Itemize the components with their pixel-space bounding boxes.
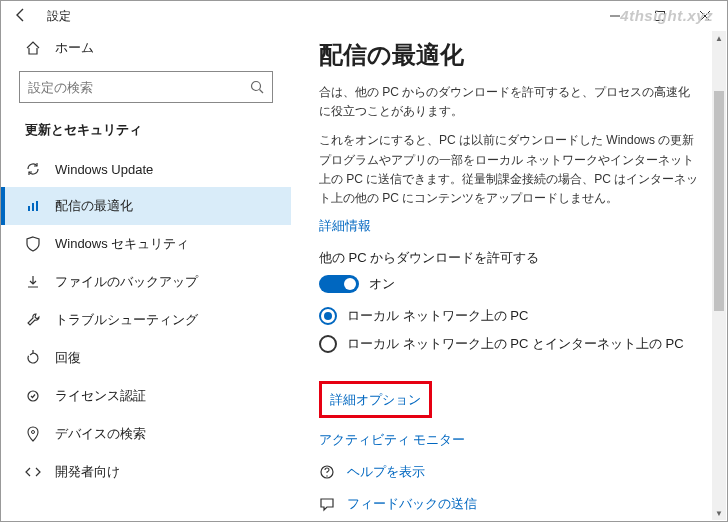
section-header: 更新とセキュリティ <box>19 117 273 151</box>
sidebar-item-windows-security[interactable]: Windows セキュリティ <box>1 225 291 263</box>
sidebar-item-delivery-optimization[interactable]: 配信の最適化 <box>1 187 291 225</box>
advanced-options-link[interactable]: 詳細オプション <box>330 392 421 407</box>
sidebar-item-windows-update[interactable]: Windows Update <box>1 151 291 187</box>
svg-rect-8 <box>36 201 38 211</box>
svg-rect-6 <box>28 206 30 211</box>
sidebar-item-label: トラブルシューティング <box>55 311 198 329</box>
feedback-icon <box>319 496 335 512</box>
sidebar-item-label: 配信の最適化 <box>55 197 133 215</box>
titlebar: 設定 <box>1 1 727 31</box>
window-body: ホーム 更新とセキュリティ Windows Update 配信の最適化 <box>1 31 727 521</box>
toggle-knob <box>344 278 356 290</box>
radio-option-internet[interactable]: ローカル ネットワーク上の PC とインターネット上の PC <box>319 335 699 353</box>
sync-icon <box>25 161 41 177</box>
search-icon <box>250 80 264 94</box>
settings-window: 設定 ホーム 更新とセキュリティ <box>0 0 728 522</box>
toggle-row: オン <box>319 275 699 293</box>
search-input-wrapper[interactable] <box>19 71 273 103</box>
radio-label: ローカル ネットワーク上の PC <box>347 307 528 325</box>
sidebar-item-label: 回復 <box>55 349 81 367</box>
shield-icon <box>25 236 41 252</box>
intro-text: 合は、他の PC からのダウンロードを許可すると、プロセスの高速化に役立つことが… <box>319 83 699 121</box>
minimize-icon <box>610 11 620 21</box>
radio-label: ローカル ネットワーク上の PC とインターネット上の PC <box>347 335 684 353</box>
home-label: ホーム <box>55 39 94 57</box>
arrow-left-icon <box>13 7 29 23</box>
code-icon <box>25 464 41 480</box>
activity-monitor-link[interactable]: アクティビティ モニター <box>319 433 465 447</box>
scroll-up-button[interactable]: ▲ <box>712 31 726 45</box>
svg-point-12 <box>326 475 327 476</box>
sidebar-item-label: Windows セキュリティ <box>55 235 189 253</box>
close-button[interactable] <box>682 1 727 31</box>
sidebar-item-find-device[interactable]: デバイスの検索 <box>1 415 291 453</box>
recovery-icon <box>25 350 41 366</box>
sidebar-item-developers[interactable]: 開発者向け <box>1 453 291 491</box>
help-link[interactable]: ヘルプを表示 <box>347 463 425 481</box>
description-text: これをオンにすると、PC は以前にダウンロードした Windows の更新プログ… <box>319 131 699 208</box>
scrollbar-thumb[interactable] <box>714 91 724 311</box>
backup-icon <box>25 274 41 290</box>
location-icon <box>25 426 41 442</box>
help-icon <box>319 464 335 480</box>
sidebar-item-label: ファイルのバックアップ <box>55 273 198 291</box>
svg-rect-1 <box>655 12 664 21</box>
sidebar-nav: Windows Update 配信の最適化 Windows セキュリティ ファイ… <box>1 151 291 491</box>
svg-rect-7 <box>32 203 34 211</box>
sidebar: ホーム 更新とセキュリティ Windows Update 配信の最適化 <box>1 31 291 521</box>
sidebar-item-label: デバイスの検索 <box>55 425 146 443</box>
feedback-link[interactable]: フィードバックの送信 <box>347 495 477 513</box>
optimization-icon <box>25 198 41 214</box>
search-input[interactable] <box>28 80 250 95</box>
help-row: ヘルプを表示 <box>319 463 699 481</box>
sidebar-item-label: ライセンス認証 <box>55 387 146 405</box>
radio-unselected-icon <box>319 335 337 353</box>
sidebar-item-backup[interactable]: ファイルのバックアップ <box>1 263 291 301</box>
radio-option-local[interactable]: ローカル ネットワーク上の PC <box>319 307 699 325</box>
close-icon <box>700 11 710 21</box>
sidebar-item-activation[interactable]: ライセンス認証 <box>1 377 291 415</box>
page-title: 配信の最適化 <box>319 39 699 71</box>
key-icon <box>25 388 41 404</box>
home-link[interactable]: ホーム <box>19 31 273 67</box>
back-button[interactable] <box>1 7 41 26</box>
maximize-button[interactable] <box>637 1 682 31</box>
content-pane: 配信の最適化 合は、他の PC からのダウンロードを許可すると、プロセスの高速化… <box>291 31 727 521</box>
wrench-icon <box>25 312 41 328</box>
svg-point-4 <box>252 82 261 91</box>
toggle-state-label: オン <box>369 275 395 293</box>
maximize-icon <box>655 11 665 21</box>
window-title: 設定 <box>47 8 71 25</box>
feedback-row: フィードバックの送信 <box>319 495 699 513</box>
sidebar-item-recovery[interactable]: 回復 <box>1 339 291 377</box>
minimize-button[interactable] <box>592 1 637 31</box>
sidebar-item-label: Windows Update <box>55 162 153 177</box>
allow-download-header: 他の PC からダウンロードを許可する <box>319 249 699 267</box>
allow-download-toggle[interactable] <box>319 275 359 293</box>
more-info-link[interactable]: 詳細情報 <box>319 218 699 235</box>
svg-line-5 <box>260 90 264 94</box>
advanced-options-highlight: 詳細オプション <box>319 381 432 418</box>
sidebar-item-troubleshoot[interactable]: トラブルシューティング <box>1 301 291 339</box>
svg-point-10 <box>32 431 35 434</box>
home-icon <box>25 40 41 56</box>
vertical-scrollbar[interactable]: ▲ ▼ <box>712 31 726 520</box>
sidebar-item-label: 開発者向け <box>55 463 120 481</box>
scroll-down-button[interactable]: ▼ <box>712 506 726 520</box>
radio-selected-icon <box>319 307 337 325</box>
